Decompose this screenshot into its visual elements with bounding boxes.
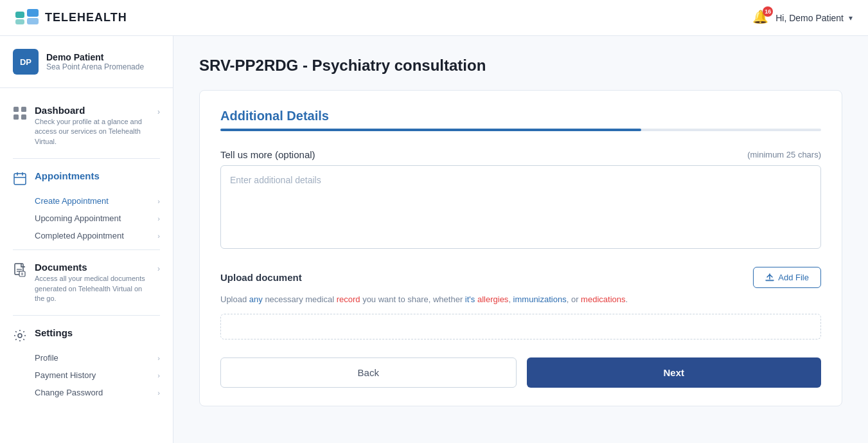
user-greeting: Hi, Demo Patient: [775, 13, 844, 23]
sidebar-item-profile[interactable]: Profile ›: [35, 349, 173, 366]
svg-rect-15: [19, 271, 25, 276]
upload-desc-text3: you want to share, whether: [360, 294, 465, 304]
upload-desc-text2: necessary medical: [263, 294, 337, 304]
svg-rect-8: [14, 174, 26, 185]
additional-details-textarea[interactable]: [220, 165, 821, 249]
svg-rect-17: [766, 280, 774, 282]
appointments-label: Appointments: [35, 170, 160, 181]
upload-desc-immunizations: immunizations: [513, 294, 567, 304]
payment-history-label: Payment History: [35, 370, 96, 380]
svg-point-16: [18, 334, 22, 338]
documents-chevron: ›: [157, 264, 160, 273]
logo: TELEHEALTH: [15, 9, 127, 27]
change-password-label: Change Password: [35, 388, 103, 397]
sidebar-item-dashboard[interactable]: Dashboard Check your profile at a glance…: [0, 98, 173, 153]
svg-rect-3: [27, 18, 39, 24]
upload-desc-record: record: [337, 294, 360, 304]
dashboard-content: Dashboard Check your profile at a glance…: [35, 105, 150, 147]
settings-icon: [13, 329, 27, 343]
svg-rect-1: [15, 19, 24, 24]
sidebar-item-documents[interactable]: Documents Access all your medical docume…: [0, 255, 173, 310]
upload-icon: [765, 273, 774, 282]
upload-desc-allergies: allergies: [477, 294, 508, 304]
add-file-button[interactable]: Add File: [753, 267, 821, 288]
next-button[interactable]: Next: [527, 357, 822, 388]
user-menu[interactable]: 🔔 16 Hi, Demo Patient ▾: [752, 9, 853, 27]
profile-chevron: ›: [157, 354, 160, 362]
completed-appointment-chevron: ›: [157, 232, 160, 240]
settings-label: Settings: [35, 327, 160, 338]
upload-desc-its: it's: [465, 294, 475, 304]
upload-desc-text: Upload: [220, 294, 249, 304]
main-content: SRV-PP2RDG - Psychiatry consultation Add…: [173, 36, 868, 443]
upload-desc-any: any: [249, 294, 263, 304]
svg-rect-0: [15, 12, 24, 18]
section-title: Additional Details: [220, 109, 821, 123]
appointments-content: Appointments: [35, 170, 160, 181]
logo-text: TELEHEALTH: [45, 11, 127, 24]
svg-rect-4: [13, 107, 19, 112]
dashboard-icon: [13, 106, 27, 120]
svg-rect-6: [13, 114, 19, 120]
notification-bell[interactable]: 🔔 16: [752, 9, 770, 27]
upload-title: Upload document: [220, 272, 302, 283]
user-full-name: Demo Patient: [46, 52, 144, 62]
settings-sub-items: Profile › Payment History › Change Passw…: [0, 349, 173, 401]
progress-bar-fill: [220, 129, 641, 131]
notification-badge: 16: [763, 6, 773, 17]
nav-section-appointments: Appointments Create Appointment › Upcomi…: [0, 164, 173, 244]
dashboard-chevron: ›: [157, 107, 160, 116]
nav-section-dashboard: Dashboard Check your profile at a glance…: [0, 98, 173, 153]
payment-history-chevron: ›: [157, 372, 160, 379]
upload-desc-text7: .: [625, 294, 628, 304]
change-password-chevron: ›: [157, 389, 160, 397]
profile-label: Profile: [35, 353, 58, 363]
sidebar-item-completed-appointment[interactable]: Completed Appointment ›: [35, 227, 173, 244]
user-details: Demo Patient Sea Point Arena Promenade: [46, 52, 144, 71]
textarea-label: Tell us more (optional): [220, 149, 315, 160]
create-appointment-chevron: ›: [157, 197, 160, 205]
completed-appointment-label: Completed Appointment: [35, 231, 124, 240]
sidebar-item-create-appointment[interactable]: Create Appointment ›: [35, 192, 173, 210]
upload-desc-text5: ,: [508, 294, 513, 304]
create-appointment-label: Create Appointment: [35, 196, 109, 206]
sidebar-item-upcoming-appointment[interactable]: Upcoming Appointment ›: [35, 210, 173, 227]
divider-1: [13, 158, 160, 159]
svg-rect-7: [21, 114, 26, 120]
documents-label: Documents: [35, 262, 150, 273]
nav-section-documents: Documents Access all your medical docume…: [0, 255, 173, 310]
appointments-icon: [13, 172, 27, 186]
nav-section-settings: Settings Profile › Payment History › Cha…: [0, 321, 173, 401]
sidebar-item-settings[interactable]: Settings: [0, 321, 173, 349]
add-file-label: Add File: [778, 273, 809, 282]
divider-3: [13, 315, 160, 316]
avatar: DP: [13, 49, 39, 75]
main-layout: DP Demo Patient Sea Point Arena Promenad…: [0, 36, 868, 443]
dashboard-desc: Check your profile at a glance and acces…: [35, 117, 150, 147]
form-card: Additional Details Tell us more (optiona…: [199, 90, 842, 406]
back-button[interactable]: Back: [220, 357, 517, 388]
textarea-label-row: Tell us more (optional) (minimum 25 char…: [220, 149, 821, 160]
page-title: SRV-PP2RDG - Psychiatry consultation: [199, 57, 842, 75]
sidebar-item-payment-history[interactable]: Payment History ›: [35, 366, 173, 384]
documents-icon: [13, 263, 27, 277]
sidebar-item-change-password[interactable]: Change Password ›: [35, 384, 173, 401]
textarea-hint: (minimum 25 chars): [747, 150, 821, 159]
upload-description: Upload any necessary medical record you …: [220, 293, 821, 306]
upload-drop-area[interactable]: [220, 314, 821, 339]
appointments-sub-items: Create Appointment › Upcoming Appointmen…: [0, 192, 173, 244]
upload-section: Upload document Add File Upload any nece…: [220, 267, 821, 339]
user-menu-chevron: ▾: [849, 14, 853, 23]
sidebar: DP Demo Patient Sea Point Arena Promenad…: [0, 36, 173, 443]
progress-bar-track: [220, 129, 821, 131]
documents-content: Documents Access all your medical docume…: [35, 262, 150, 303]
svg-rect-2: [27, 9, 39, 17]
upload-header: Upload document Add File: [220, 267, 821, 288]
user-address: Sea Point Arena Promenade: [46, 62, 144, 71]
upcoming-appointment-label: Upcoming Appointment: [35, 213, 121, 223]
sidebar-item-appointments[interactable]: Appointments: [0, 164, 173, 192]
upload-desc-medications: medications: [581, 294, 625, 304]
dashboard-label: Dashboard: [35, 105, 150, 116]
user-info: DP Demo Patient Sea Point Arena Promenad…: [0, 49, 173, 88]
documents-desc: Access all your medical documents genera…: [35, 274, 150, 303]
